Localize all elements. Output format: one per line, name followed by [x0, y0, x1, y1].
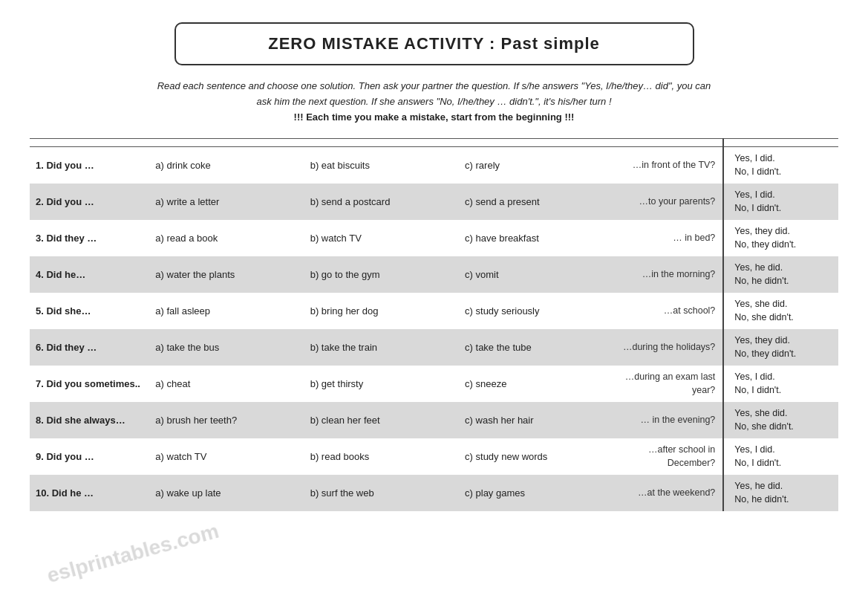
table-cell: …to your parents?	[613, 184, 723, 220]
table-cell: b) bring her dog	[304, 293, 459, 329]
table-cell: Yes, she did.No, she didn't.	[723, 293, 838, 329]
table-cell: …at school?	[613, 293, 723, 329]
table-cell: 9. Did you …	[30, 438, 149, 475]
table-row: 5. Did she…a) fall asleepb) bring her do…	[30, 293, 838, 329]
table-cell: 1. Did you …	[30, 147, 149, 184]
col-header-context	[613, 139, 723, 147]
table-cell: b) eat biscuits	[304, 147, 459, 184]
table-cell: c) send a present	[459, 184, 613, 220]
table-cell: c) take the tube	[459, 329, 613, 366]
table-cell: c) sneeze	[459, 366, 613, 402]
table-cell: b) take the train	[304, 329, 459, 366]
table-row: 10. Did he …a) wake up lateb) surf the w…	[30, 475, 838, 511]
table-cell: a) wake up late	[149, 475, 304, 511]
col-header-question	[30, 139, 149, 147]
table-cell: …during an exam last year?	[613, 366, 723, 402]
table-cell: … in bed?	[613, 220, 723, 256]
table-cell: Yes, they did.No, they didn't.	[723, 220, 838, 256]
table-cell: …during the holidays?	[613, 329, 723, 366]
watermark: eslprintables.com	[45, 519, 221, 588]
instruction-line3: !!! Each time you make a mistake, start …	[45, 110, 823, 126]
table-cell: c) play games	[459, 475, 613, 511]
table-cell: b) send a postcard	[304, 184, 459, 220]
table-cell: Yes, I did.No, I didn't.	[723, 438, 838, 475]
col-header-a	[149, 139, 304, 147]
table-cell: 2. Did you …	[30, 184, 149, 220]
table-cell: c) study seriously	[459, 293, 613, 329]
table-cell: Yes, he did.No, he didn't.	[723, 475, 838, 511]
table-cell: 10. Did he …	[30, 475, 149, 511]
table-cell: …at the weekend?	[613, 475, 723, 511]
table-cell: c) rarely	[459, 147, 613, 184]
table-row: 2. Did you …a) write a letterb) send a p…	[30, 184, 838, 220]
table-cell: a) watch TV	[149, 438, 304, 475]
table-cell: a) take the bus	[149, 329, 304, 366]
table-cell: b) read books	[304, 438, 459, 475]
table-cell: b) clean her feet	[304, 402, 459, 438]
table-cell: a) drink coke	[149, 147, 304, 184]
table-cell: a) write a letter	[149, 184, 304, 220]
title-box: ZERO MISTAKE ACTIVITY : Past simple	[174, 22, 694, 65]
table-row: 1. Did you …a) drink cokeb) eat biscuits…	[30, 147, 838, 184]
table-cell: a) cheat	[149, 366, 304, 402]
table-cell: 6. Did they …	[30, 329, 149, 366]
table-cell: 8. Did she always…	[30, 402, 149, 438]
table-cell: a) read a book	[149, 220, 304, 256]
table-cell: …in front of the TV?	[613, 147, 723, 184]
table-row: 3. Did they …a) read a bookb) watch TVc)…	[30, 220, 838, 256]
table-cell: 4. Did he…	[30, 256, 149, 293]
table-row: 4. Did he…a) water the plantsb) go to th…	[30, 256, 838, 293]
instruction-line2: ask him the next question. If she answer…	[45, 94, 823, 110]
table-row: 8. Did she always…a) brush her teeth?b) …	[30, 402, 838, 438]
col-header-c	[459, 139, 613, 147]
table-cell: b) watch TV	[304, 220, 459, 256]
table-cell: Yes, I did.No, I didn't.	[723, 184, 838, 220]
table-cell: c) study new words	[459, 438, 613, 475]
table-cell: Yes, she did.No, she didn't.	[723, 402, 838, 438]
table-cell: Yes, I did.No, I didn't.	[723, 147, 838, 184]
table-row: 9. Did you …a) watch TVb) read booksc) s…	[30, 438, 838, 475]
table-cell: … in the evening?	[613, 402, 723, 438]
table-cell: c) have breakfast	[459, 220, 613, 256]
table-cell: 3. Did they …	[30, 220, 149, 256]
instruction-line1: Read each sentence and choose one soluti…	[45, 79, 823, 94]
activity-table: 1. Did you …a) drink cokeb) eat biscuits…	[30, 138, 838, 511]
table-cell: 7. Did you sometimes..	[30, 366, 149, 402]
table-cell: a) fall asleep	[149, 293, 304, 329]
table-cell: …after school in December?	[613, 438, 723, 475]
table-cell: b) surf the web	[304, 475, 459, 511]
table-cell: 5. Did she…	[30, 293, 149, 329]
table-cell: b) go to the gym	[304, 256, 459, 293]
table-cell: b) get thirsty	[304, 366, 459, 402]
table-cell: Yes, he did.No, he didn't.	[723, 256, 838, 293]
table-cell: Yes, I did.No, I didn't.	[723, 366, 838, 402]
instructions: Read each sentence and choose one soluti…	[30, 79, 838, 125]
table-cell: a) water the plants	[149, 256, 304, 293]
table-row: 7. Did you sometimes..a) cheatb) get thi…	[30, 366, 838, 402]
table-cell: c) vomit	[459, 256, 613, 293]
table-cell: …in the morning?	[613, 256, 723, 293]
table-cell: Yes, they did.No, they didn't.	[723, 329, 838, 366]
col-header-b	[304, 139, 459, 147]
table-row: 6. Did they …a) take the busb) take the …	[30, 329, 838, 366]
page-title: ZERO MISTAKE ACTIVITY : Past simple	[198, 34, 670, 53]
table-cell: a) brush her teeth?	[149, 402, 304, 438]
table-cell: c) wash her hair	[459, 402, 613, 438]
col-header-answer	[723, 139, 838, 147]
table-header-row	[30, 139, 838, 147]
